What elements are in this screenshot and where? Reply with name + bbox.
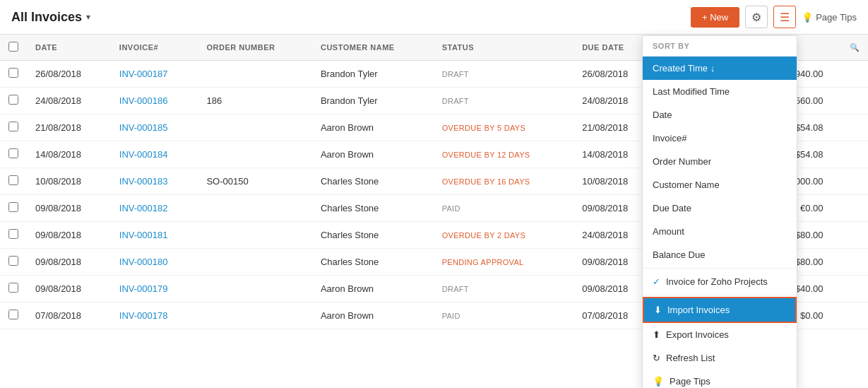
row-date: 09/08/2018 [27,276,111,302]
row-select-checkbox[interactable] [8,68,18,78]
row-checkbox[interactable] [0,195,27,222]
row-invoice[interactable]: INV-000178 [111,302,198,329]
row-status: PENDING APPROVAL [434,249,574,276]
sort-item-created-time[interactable]: Created Time ↓ [643,57,797,80]
row-checkbox[interactable] [0,302,27,329]
row-customer: Aaron Brown [312,276,434,302]
title-dropdown-arrow[interactable]: ▾ [86,12,90,22]
sort-item-date[interactable]: Date [643,103,797,127]
customer-label: Customer Name [653,180,720,190]
import-invoices-item[interactable]: ⬇ Import Invoices [643,297,797,323]
sort-item-invoice[interactable]: Invoice# [643,127,797,150]
row-customer: Charles Stone [312,195,434,222]
date-label: Date [653,110,672,120]
row-order [198,276,312,302]
sort-item-balance[interactable]: Balance Due [643,243,797,266]
row-checkbox[interactable] [0,276,27,302]
row-select-checkbox[interactable] [8,202,18,212]
row-date: 09/08/2018 [27,222,111,249]
row-actions [832,276,868,302]
row-actions [832,61,868,88]
row-invoice[interactable]: INV-000185 [111,114,198,141]
row-checkbox[interactable] [0,249,27,276]
dropdown-divider-1 [643,268,797,269]
col-customer[interactable]: CUSTOMER NAME [312,35,434,61]
row-order [198,114,312,141]
row-select-checkbox[interactable] [8,122,18,131]
sort-item-amount[interactable]: Amount [643,220,797,243]
row-status: DRAFT [434,61,574,88]
row-select-checkbox[interactable] [8,283,18,293]
row-customer: Aaron Brown [312,114,434,141]
row-actions [832,249,868,276]
sort-arrow: ↓ [711,63,715,74]
col-search[interactable]: 🔍 [832,35,868,61]
row-date: 24/08/2018 [27,88,111,114]
row-invoice[interactable]: INV-000184 [111,141,198,168]
export-invoices-item[interactable]: ⬆ Export Invoices [643,323,797,329]
page-header: All Invoices ▾ + New ⚙ ☰ 💡 Page Tips [0,0,868,35]
row-date: 09/08/2018 [27,249,111,276]
sort-item-order[interactable]: Order Number [643,150,797,173]
row-customer: Aaron Brown [312,141,434,168]
select-all-checkbox[interactable] [8,42,18,52]
row-invoice[interactable]: INV-000187 [111,61,198,88]
header-actions: + New ⚙ ☰ 💡 Page Tips [691,6,857,28]
new-button[interactable]: + New [691,7,739,28]
row-checkbox[interactable] [0,141,27,168]
row-checkbox[interactable] [0,222,27,249]
row-invoice[interactable]: INV-000186 [111,88,198,114]
row-customer: Charles Stone [312,222,434,249]
row-select-checkbox[interactable] [8,310,18,319]
balance-label: Balance Due [653,249,705,260]
col-checkbox [0,35,27,61]
row-status: OVERDUE BY 12 DAYS [434,141,574,168]
row-order: 186 [198,88,312,114]
row-order [198,249,312,276]
row-invoice[interactable]: INV-000180 [111,249,198,276]
row-checkbox[interactable] [0,61,27,88]
row-order [198,222,312,249]
row-invoice[interactable]: INV-000179 [111,276,198,302]
row-order: SO-00150 [198,168,312,195]
settings-button[interactable]: ⚙ [745,6,768,28]
col-date[interactable]: DATE [27,35,111,61]
row-invoice[interactable]: INV-000182 [111,195,198,222]
row-date: 14/08/2018 [27,141,111,168]
sort-item-customer[interactable]: Customer Name [643,173,797,196]
dropdown-header: SORT BY [643,36,797,57]
row-checkbox[interactable] [0,88,27,114]
row-checkbox[interactable] [0,168,27,195]
order-label: Order Number [653,156,711,167]
col-status[interactable]: STATUS [434,35,574,61]
amount-label: Amount [653,226,684,237]
row-actions [832,168,868,195]
row-date: 10/08/2018 [27,168,111,195]
col-invoice[interactable]: INVOICE# [111,35,198,61]
row-select-checkbox[interactable] [8,175,18,185]
row-date: 26/08/2018 [27,61,111,88]
row-customer: Charles Stone [312,249,434,276]
row-date: 07/08/2018 [27,302,111,329]
page-tips-link[interactable]: 💡 Page Tips [802,12,857,23]
row-invoice[interactable]: INV-000183 [111,168,198,195]
row-customer: Aaron Brown [312,302,434,329]
row-select-checkbox[interactable] [8,148,18,158]
sort-item-last-modified[interactable]: Last Modified Time [643,80,797,103]
menu-button[interactable]: ☰ [773,6,796,28]
page-tips-label: Page Tips [816,12,857,23]
row-status: DRAFT [434,88,574,114]
col-order[interactable]: ORDER NUMBER [198,35,312,61]
row-date: 09/08/2018 [27,195,111,222]
row-actions [832,195,868,222]
sort-item-due-date[interactable]: Due Date [643,196,797,220]
row-status: DRAFT [434,276,574,302]
import-label: Import Invoices [667,305,730,315]
row-checkbox[interactable] [0,114,27,141]
row-invoice[interactable]: INV-000181 [111,222,198,249]
row-select-checkbox[interactable] [8,229,18,239]
zoho-projects-item[interactable]: ✓ Invoice for Zoho Projects [643,270,797,293]
row-order [198,61,312,88]
row-select-checkbox[interactable] [8,256,18,266]
row-select-checkbox[interactable] [8,95,18,105]
